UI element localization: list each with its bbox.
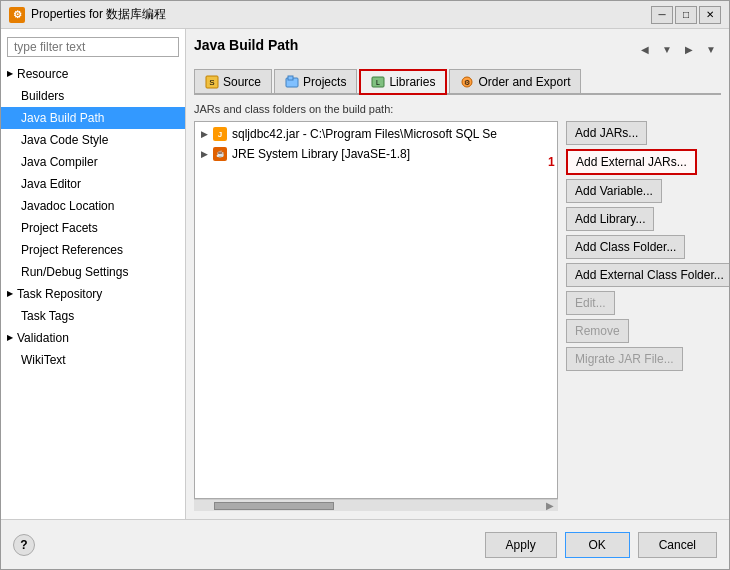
sidebar-item-java-compiler[interactable]: Java Compiler xyxy=(1,151,185,173)
sidebar-item-label: Javadoc Location xyxy=(21,197,114,215)
scrollbar[interactable]: ▶ xyxy=(194,499,558,511)
tree-item-label: sqljdbc42.jar - C:\Program Files\Microso… xyxy=(232,127,497,141)
content-area: ▶ResourceBuildersJava Build PathJava Cod… xyxy=(1,29,729,519)
tab-projects[interactable]: Projects xyxy=(274,69,357,93)
add-jars-button[interactable]: Add JARs... xyxy=(566,121,647,145)
title-bar: ⚙ Properties for 数据库编程 ─ □ ✕ xyxy=(1,1,729,29)
sidebar-item-run/debug-settings[interactable]: Run/Debug Settings xyxy=(1,261,185,283)
add-class-folder-button[interactable]: Add Class Folder... xyxy=(566,235,685,259)
bottom-right: Apply OK Cancel xyxy=(485,532,717,558)
sidebar-item-label: Task Repository xyxy=(17,285,102,303)
main-content: Java Build Path ◀ ▼ ▶ ▼ SSourceProjectsL… xyxy=(186,29,729,519)
sidebar-item-label: Task Tags xyxy=(21,307,74,325)
page-title: Java Build Path xyxy=(194,37,298,53)
add-external-jars-button[interactable]: Add External JARs... xyxy=(566,149,697,175)
svg-text:L: L xyxy=(376,79,380,86)
sidebar-arrow-icon: ▶ xyxy=(7,65,13,83)
order-export-tab-label: Order and Export xyxy=(478,75,570,89)
tab-order-export[interactable]: ⚙Order and Export xyxy=(449,69,581,93)
window-icon: ⚙ xyxy=(9,7,25,23)
svg-text:S: S xyxy=(209,78,214,87)
sidebar-item-wikitext[interactable]: WikiText xyxy=(1,349,185,371)
sidebar-item-label: WikiText xyxy=(21,351,66,369)
source-tab-icon: S xyxy=(205,75,219,89)
sidebar-item-builders[interactable]: Builders xyxy=(1,85,185,107)
tree-item-0[interactable]: ▶Jsqljdbc42.jar - C:\Program Files\Micro… xyxy=(197,124,555,144)
nav-back-button[interactable]: ◀ xyxy=(635,39,655,59)
sidebar-item-project-references[interactable]: Project References xyxy=(1,239,185,261)
sidebar-item-javadoc-location[interactable]: Javadoc Location xyxy=(1,195,185,217)
build-path-area: ▶Jsqljdbc42.jar - C:\Program Files\Micro… xyxy=(194,121,721,511)
maximize-button[interactable]: □ xyxy=(675,6,697,24)
source-tab-label: Source xyxy=(223,75,261,89)
libraries-tab-label: Libraries xyxy=(389,75,435,89)
sidebar-item-project-facets[interactable]: Project Facets xyxy=(1,217,185,239)
tab-source[interactable]: SSource xyxy=(194,69,272,93)
nav-forward-button[interactable]: ▼ xyxy=(657,39,677,59)
nav-next-button[interactable]: ▶ xyxy=(679,39,699,59)
projects-tab-label: Projects xyxy=(303,75,346,89)
minimize-button[interactable]: ─ xyxy=(651,6,673,24)
sidebar-item-resource[interactable]: ▶Resource xyxy=(1,63,185,85)
sidebar-item-label: Builders xyxy=(21,87,64,105)
sidebar-item-label: Resource xyxy=(17,65,68,83)
sidebar-item-label: Run/Debug Settings xyxy=(21,263,128,281)
window-title: Properties for 数据库编程 xyxy=(31,6,651,23)
button-panel: Add JARs...1Add External JARs...Add Vari… xyxy=(566,121,721,511)
sidebar-item-label: Java Code Style xyxy=(21,131,108,149)
cancel-button[interactable]: Cancel xyxy=(638,532,717,558)
build-path-label: JARs and class folders on the build path… xyxy=(194,103,721,115)
properties-window: ⚙ Properties for 数据库编程 ─ □ ✕ ▶ResourceBu… xyxy=(0,0,730,570)
svg-rect-3 xyxy=(288,76,293,80)
sidebar-item-label: Validation xyxy=(17,329,69,347)
migrate-jar-button: Migrate JAR File... xyxy=(566,347,683,371)
filter-input[interactable] xyxy=(7,37,179,57)
close-button[interactable]: ✕ xyxy=(699,6,721,24)
jre-icon: ☕ xyxy=(212,146,228,162)
tree-item-1[interactable]: ▶☕JRE System Library [JavaSE-1.8] xyxy=(197,144,555,164)
jar-icon: J xyxy=(212,126,228,142)
sidebar-item-label: Java Editor xyxy=(21,175,81,193)
highlight-number: 1 xyxy=(548,155,555,169)
sidebar-arrow-icon: ▶ xyxy=(7,285,13,303)
sidebar-item-task-repository[interactable]: ▶Task Repository xyxy=(1,283,185,305)
sidebar-item-label: Project Facets xyxy=(21,219,98,237)
add-variable-button[interactable]: Add Variable... xyxy=(566,179,662,203)
apply-button[interactable]: Apply xyxy=(485,532,557,558)
help-button[interactable]: ? xyxy=(13,534,35,556)
sidebar: ▶ResourceBuildersJava Build PathJava Cod… xyxy=(1,29,186,519)
order-export-tab-icon: ⚙ xyxy=(460,75,474,89)
sidebar-item-label: Java Compiler xyxy=(21,153,98,171)
tree-area[interactable]: ▶Jsqljdbc42.jar - C:\Program Files\Micro… xyxy=(194,121,558,499)
page-header: Java Build Path ◀ ▼ ▶ ▼ xyxy=(194,37,721,61)
nav-arrows: ◀ ▼ ▶ ▼ xyxy=(635,39,721,59)
add-library-button[interactable]: Add Library... xyxy=(566,207,654,231)
libraries-tab-icon: L xyxy=(371,75,385,89)
sidebar-item-java-editor[interactable]: Java Editor xyxy=(1,173,185,195)
sidebar-arrow-icon: ▶ xyxy=(7,329,13,347)
window-controls: ─ □ ✕ xyxy=(651,6,721,24)
remove-button: Remove xyxy=(566,319,629,343)
edit-button: Edit... xyxy=(566,291,615,315)
sidebar-item-java-build-path[interactable]: Java Build Path xyxy=(1,107,185,129)
ok-button[interactable]: OK xyxy=(565,532,630,558)
tree-expand-arrow-icon: ▶ xyxy=(201,149,208,159)
bottom-left: ? xyxy=(13,534,35,556)
sidebar-item-task-tags[interactable]: Task Tags xyxy=(1,305,185,327)
sidebar-item-label: Project References xyxy=(21,241,123,259)
tab-libraries[interactable]: LLibraries xyxy=(359,69,447,95)
projects-tab-icon xyxy=(285,75,299,89)
nav-dropdown-button[interactable]: ▼ xyxy=(701,39,721,59)
tab-bar: SSourceProjectsLLibraries⚙Order and Expo… xyxy=(194,69,721,95)
svg-text:⚙: ⚙ xyxy=(464,79,470,86)
sidebar-item-label: Java Build Path xyxy=(21,109,104,127)
tree-expand-arrow-icon: ▶ xyxy=(201,129,208,139)
bottom-bar: ? Apply OK Cancel xyxy=(1,519,729,569)
sidebar-item-java-code-style[interactable]: Java Code Style xyxy=(1,129,185,151)
scrollbar-thumb[interactable] xyxy=(214,502,334,510)
tree-item-label: JRE System Library [JavaSE-1.8] xyxy=(232,147,410,161)
add-external-class-folder-button[interactable]: Add External Class Folder... xyxy=(566,263,729,287)
sidebar-item-validation[interactable]: ▶Validation xyxy=(1,327,185,349)
